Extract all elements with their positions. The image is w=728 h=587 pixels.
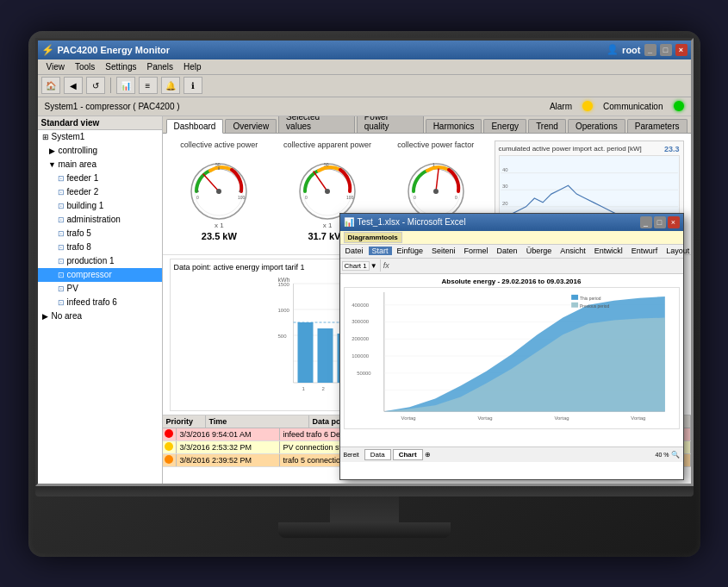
excel-close[interactable]: × — [668, 216, 680, 228]
excel-menu-ansicht[interactable]: Ansicht — [557, 247, 589, 255]
compressor-icon: ⊡ — [55, 269, 67, 281]
alarm-label: Alarm — [550, 102, 572, 111]
excel-bottom-tabs: Bereit Data Chart ⊕ 40 % 🔍 — [340, 446, 683, 462]
alert-time-1: 3/3/2016 9:54:01 AM — [177, 428, 280, 440]
title-bar: ⚡ PAC4200 Energy Monitor 👤 root _ □ × — [38, 41, 691, 59]
tab-operations[interactable]: Operations — [568, 119, 625, 133]
sidebar-label-pv: PV — [67, 284, 78, 293]
tab-energy[interactable]: Energy — [483, 119, 526, 133]
excel-menu-seiten[interactable]: Seiteni — [428, 247, 459, 255]
svg-text:40: 40 — [502, 166, 508, 172]
toolbar-btn-bell[interactable]: 🔔 — [161, 77, 180, 94]
menu-tools[interactable]: Tools — [70, 62, 100, 72]
priority-dot-orange — [165, 455, 173, 464]
tab-trend[interactable]: Trend — [528, 119, 566, 133]
menu-panels[interactable]: Panels — [142, 62, 179, 72]
alert-time-3: 3/8/2016 2:39:52 PM — [177, 454, 280, 466]
excel-icon: 📊 — [344, 217, 354, 227]
tab-power-quality[interactable]: Power quality — [357, 116, 424, 133]
excel-menu-entwickl[interactable]: Entwickl — [591, 247, 626, 255]
excel-menu-layout[interactable]: Layout — [663, 247, 693, 255]
system-header: System1 - compressor ( PAC4200 ) Alarm C… — [38, 97, 691, 116]
sidebar-item-pv[interactable]: ⊡ PV — [38, 282, 162, 296]
toolbar-btn-list[interactable]: ≡ — [139, 77, 158, 94]
alert-time-2: 3/3/2016 2:53:32 PM — [177, 441, 280, 453]
sidebar-item-controlling[interactable]: ▶ controlling — [38, 144, 162, 158]
sidebar-item-trafo5[interactable]: ⊡ trafo 5 — [38, 227, 162, 240]
excel-maximize[interactable]: □ — [654, 216, 666, 228]
toolbar-btn-back[interactable]: ◀ — [64, 77, 83, 94]
svg-text:0: 0 — [305, 195, 308, 200]
menu-settings[interactable]: Settings — [100, 62, 141, 72]
excel-chart-svg: 400000 300000 200000 100000 50000 Vortag… — [344, 287, 680, 429]
svg-text:Vortag: Vortag — [631, 415, 645, 421]
sidebar-item-trafo8[interactable]: ⊡ trafo 8 — [38, 240, 162, 254]
line-chart-header: cumulated active power import act. perio… — [499, 145, 680, 153]
sidebar-item-system1[interactable]: ⊞ System1 — [38, 130, 162, 144]
sidebar-label-system1: System1 — [52, 132, 85, 141]
tab-overview[interactable]: Overview — [225, 119, 277, 133]
excel-toolbar: Chart 1 ▼ fx — [340, 259, 683, 274]
excel-tab-data[interactable]: Data — [364, 449, 391, 460]
alarm-dot — [582, 101, 593, 111]
svg-text:50: 50 — [324, 162, 329, 167]
tab-dashboard[interactable]: Dashboard — [166, 119, 224, 134]
excel-menu-daten[interactable]: Daten — [494, 247, 521, 255]
toolbar-btn-refresh[interactable]: ↺ — [86, 77, 105, 94]
system-name: System1 - compressor ( PAC4200 ) — [45, 102, 180, 111]
col-time: Time — [206, 415, 309, 428]
toolbar-btn-home[interactable]: 🏠 — [41, 77, 60, 94]
svg-text:0: 0 — [414, 195, 416, 200]
excel-menu-entwurf[interactable]: Entwurf — [628, 247, 662, 255]
excel-tab-chart[interactable]: Chart — [393, 449, 423, 460]
gauge-active-power: collective active power — [170, 141, 270, 241]
sidebar-item-administration[interactable]: ⊡ administration — [38, 213, 162, 227]
tab-parameters[interactable]: Parameters — [627, 119, 688, 133]
priority-dot-red — [165, 429, 173, 438]
tab-selected-values[interactable]: Selected values — [278, 116, 355, 133]
excel-zoom-label: 40 % — [656, 452, 669, 458]
excel-menu-uberge[interactable]: Überge — [523, 247, 556, 255]
toolbar-btn-chart[interactable]: 📊 — [116, 77, 135, 94]
sidebar-item-building1[interactable]: ⊡ building 1 — [38, 199, 162, 213]
formula-separator — [380, 259, 381, 272]
formula-arrow: ▼ — [370, 262, 377, 270]
sidebar-item-compressor[interactable]: ⊡ compressor — [38, 268, 162, 282]
excel-menu-formel[interactable]: Formel — [461, 247, 492, 255]
monitor-stand-top — [35, 486, 694, 496]
system-icon: ⊞ — [40, 131, 52, 143]
excel-menu-einfuge[interactable]: Einfüge — [394, 247, 427, 255]
sidebar-item-feeder1[interactable]: ⊡ feeder 1 — [38, 172, 162, 185]
line-chart-value: 23.3 — [664, 145, 680, 153]
alert-priority-2 — [163, 441, 177, 453]
excel-menu-start[interactable]: Start — [369, 247, 392, 255]
minimize-button[interactable]: _ — [644, 44, 656, 56]
toolbar-btn-info[interactable]: ℹ — [184, 77, 202, 94]
sidebar-item-production1[interactable]: ⊡ production 1 — [38, 254, 162, 268]
gauge-active-power-unit: x 1 — [215, 222, 224, 229]
maximize-button[interactable]: □ — [660, 44, 672, 56]
excel-minimize[interactable]: _ — [640, 216, 652, 228]
svg-point-20 — [433, 189, 439, 194]
excel-menu: Datei Start Einfüge Seiteni Formel Daten… — [340, 245, 683, 259]
close-button[interactable]: × — [675, 44, 688, 56]
building1-icon: ⊡ — [55, 200, 67, 212]
menu-view[interactable]: View — [41, 62, 71, 72]
sidebar-item-feeder2[interactable]: ⊡ feeder 2 — [38, 185, 162, 199]
sidebar-item-noarea[interactable]: ▶ No area — [38, 309, 162, 323]
excel-menu-datei[interactable]: Datei — [342, 247, 367, 255]
svg-text:20: 20 — [502, 200, 508, 205]
sidebar-item-mainarea[interactable]: ▼ main area — [38, 158, 162, 172]
sidebar-item-infeed-trafo6[interactable]: ⊡ infeed trafo 6 — [38, 296, 162, 309]
excel-zoom-icon: 🔍 — [671, 451, 680, 459]
toolbar: 🏠 ◀ ↺ 📊 ≡ 🔔 ℹ — [38, 75, 691, 97]
bar-chart-title: Data point: active energy import tarif 1 — [174, 263, 305, 272]
tab-harmonics[interactable]: Harmonics — [426, 119, 482, 133]
svg-text:50000: 50000 — [357, 370, 371, 375]
svg-point-3 — [216, 189, 221, 194]
excel-window: 📊 Test_1.xlsx - Microsoft Excel _ □ × Di… — [339, 213, 684, 480]
production1-icon: ⊡ — [55, 255, 67, 267]
menu-help[interactable]: Help — [178, 62, 207, 72]
feeder1-icon: ⊡ — [55, 172, 67, 184]
noarea-icon: ▶ — [40, 310, 52, 322]
